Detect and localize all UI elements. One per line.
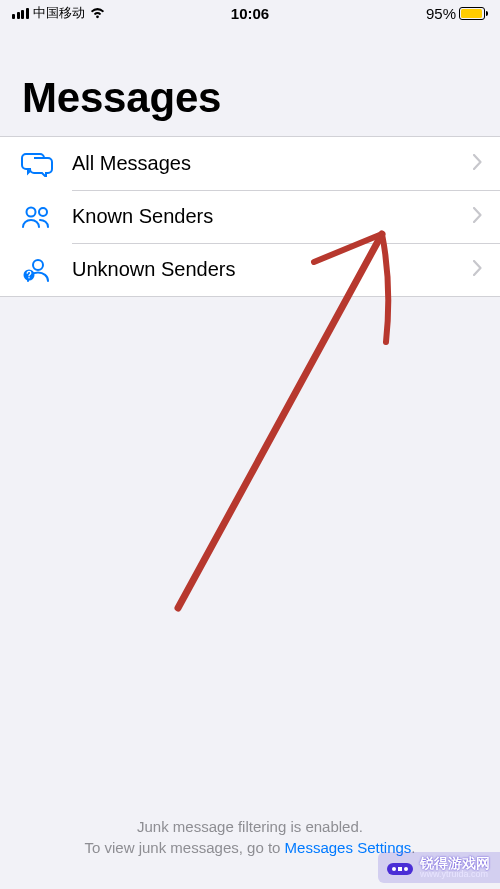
carrier-label: 中国移动 [33, 4, 85, 22]
svg-point-2 [33, 260, 43, 270]
watermark-logo-icon [386, 857, 414, 879]
svg-point-0 [27, 207, 36, 216]
status-left: 中国移动 [12, 4, 171, 22]
signal-bars-icon [12, 8, 29, 19]
filter-unknown-senders[interactable]: Unknown Senders [0, 243, 500, 296]
svg-point-7 [404, 867, 408, 871]
known-senders-icon [18, 205, 56, 229]
filter-label: All Messages [72, 152, 473, 175]
filter-known-senders[interactable]: Known Senders [0, 190, 500, 243]
filter-label: Unknown Senders [72, 258, 473, 281]
unknown-senders-icon [18, 257, 56, 283]
chevron-right-icon [473, 207, 482, 227]
battery-percent: 95% [426, 5, 456, 22]
status-right: 95% [329, 5, 488, 22]
svg-point-6 [392, 867, 396, 871]
svg-rect-8 [398, 867, 402, 871]
page-title: Messages [0, 26, 500, 136]
wifi-icon [89, 7, 106, 19]
svg-point-1 [39, 208, 47, 216]
battery-fill [461, 9, 482, 18]
watermark-url: www.ytruida.com [420, 870, 490, 879]
chevron-right-icon [473, 260, 482, 280]
filter-label: Known Senders [72, 205, 473, 228]
battery-icon [459, 7, 488, 20]
footer-line1: Junk message filtering is enabled. [28, 816, 472, 838]
all-messages-icon [18, 151, 56, 177]
svg-point-4 [28, 277, 30, 279]
filters-list: All Messages Known Senders [0, 136, 500, 297]
watermark-title: 锐得游戏网 [420, 856, 490, 870]
footer-line2-prefix: To view junk messages, go to [84, 839, 284, 856]
filter-all-messages[interactable]: All Messages [0, 137, 500, 190]
watermark: 锐得游戏网 www.ytruida.com [378, 852, 500, 883]
chevron-right-icon [473, 154, 482, 174]
status-bar: 中国移动 10:06 95% [0, 0, 500, 26]
clock-time: 10:06 [171, 5, 330, 22]
